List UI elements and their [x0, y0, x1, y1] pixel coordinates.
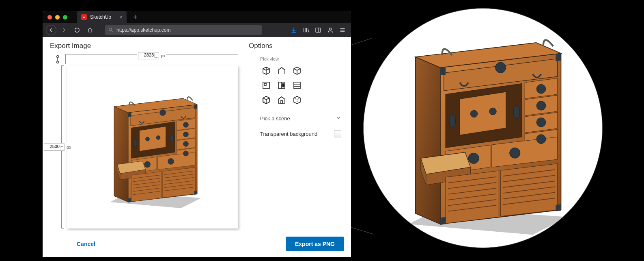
- transparent-background-checkbox[interactable]: [334, 130, 341, 137]
- svg-point-90: [536, 101, 546, 111]
- svg-point-89: [536, 84, 546, 94]
- options-title: Options: [249, 42, 344, 50]
- svg-rect-55: [281, 100, 282, 103]
- preview-model-cabinet: [96, 82, 209, 212]
- svg-marker-47: [194, 104, 198, 109]
- view-back-button[interactable]: [289, 78, 305, 92]
- svg-point-41: [183, 151, 189, 156]
- browser-window: ▲ SketchUp × + https://app.sketchup.com: [43, 11, 351, 257]
- url-text: https://app.sketchup.com: [116, 27, 170, 33]
- svg-point-93: [449, 115, 456, 128]
- account-button[interactable]: [325, 25, 336, 35]
- svg-point-44: [146, 137, 150, 141]
- svg-marker-100: [556, 204, 561, 211]
- svg-marker-99: [440, 217, 446, 225]
- height-unit: px: [67, 145, 71, 150]
- svg-marker-46: [128, 113, 131, 117]
- link-dimensions-icon[interactable]: [56, 55, 60, 65]
- svg-point-94: [513, 106, 520, 119]
- export-button[interactable]: Export as PNG: [286, 237, 344, 251]
- tab-title: SketchUp: [90, 14, 111, 20]
- svg-point-87: [468, 153, 479, 163]
- export-title: Export Image: [50, 42, 238, 50]
- tab-close-icon[interactable]: ×: [119, 14, 123, 20]
- window-maximize-button[interactable]: [63, 15, 67, 20]
- browser-tab-sketchup[interactable]: ▲ SketchUp ×: [77, 11, 127, 23]
- browser-toolbar: https://app.sketchup.com: [43, 23, 351, 37]
- svg-marker-49: [194, 191, 198, 195]
- svg-point-2: [329, 28, 331, 30]
- width-input[interactable]: 2823: [138, 52, 159, 59]
- svg-marker-62: [460, 92, 506, 135]
- library-button[interactable]: [301, 25, 311, 35]
- svg-point-92: [536, 135, 546, 144]
- svg-point-35: [160, 109, 166, 115]
- sidebar-button[interactable]: [313, 25, 323, 35]
- svg-point-37: [168, 158, 174, 164]
- svg-point-91: [536, 118, 546, 127]
- forward-button[interactable]: [59, 25, 69, 35]
- window-close-button[interactable]: [47, 15, 52, 20]
- svg-point-0: [109, 28, 112, 30]
- svg-rect-54: [294, 82, 300, 89]
- view-front-button[interactable]: [258, 78, 274, 92]
- width-unit: px: [161, 53, 166, 58]
- view-right-button[interactable]: [274, 78, 289, 92]
- svg-point-45: [156, 135, 160, 139]
- pick-scene-label: Pick a scene: [260, 115, 290, 122]
- new-tab-button[interactable]: +: [133, 13, 138, 21]
- svg-point-39: [183, 132, 189, 137]
- svg-marker-98: [556, 53, 561, 61]
- svg-point-4: [57, 61, 59, 63]
- svg-point-42: [134, 139, 137, 147]
- sketchup-favicon: ▲: [81, 14, 87, 20]
- pick-view-label: Pick view: [260, 57, 344, 61]
- svg-point-86: [495, 62, 506, 73]
- svg-point-40: [183, 141, 189, 146]
- reload-button[interactable]: [72, 25, 82, 35]
- svg-marker-57: [416, 57, 440, 224]
- tab-bar: ▲ SketchUp × +: [43, 11, 351, 23]
- home-button[interactable]: [85, 25, 95, 35]
- chevron-down-icon: [336, 115, 341, 122]
- svg-point-36: [144, 161, 151, 167]
- export-dialog: Export Image 2823 px: [43, 37, 351, 231]
- svg-point-88: [510, 148, 520, 158]
- svg-marker-6: [114, 107, 128, 202]
- width-dimension-bar: 2823 px: [65, 54, 238, 64]
- svg-point-3: [57, 55, 59, 57]
- view-iso-hidden-button[interactable]: [289, 93, 305, 107]
- svg-point-38: [183, 122, 189, 127]
- svg-rect-51: [264, 83, 266, 85]
- back-button[interactable]: [46, 25, 56, 35]
- svg-marker-48: [128, 198, 131, 202]
- transparent-background-label: Transparent background: [260, 131, 317, 137]
- dialog-button-row: Cancel Export as PNG: [43, 231, 351, 257]
- search-icon: [108, 27, 113, 33]
- magnified-model-cabinet: [377, 14, 588, 242]
- magnified-preview: [363, 8, 603, 248]
- pick-scene-row[interactable]: Pick a scene: [249, 111, 344, 126]
- svg-marker-97: [440, 67, 446, 75]
- menu-button[interactable]: [337, 25, 348, 35]
- view-iso-wire-button[interactable]: [289, 64, 305, 78]
- cancel-button[interactable]: Cancel: [74, 240, 98, 248]
- svg-point-96: [489, 108, 497, 115]
- height-dimension-bar: 2500 px: [61, 65, 64, 228]
- view-bottom-button[interactable]: [274, 93, 289, 107]
- svg-point-43: [170, 134, 174, 141]
- pick-view-grid: [258, 64, 344, 107]
- svg-point-95: [470, 110, 478, 117]
- svg-marker-11: [140, 126, 166, 151]
- downloads-button[interactable]: [289, 25, 299, 35]
- url-bar[interactable]: https://app.sketchup.com: [105, 25, 262, 35]
- transparent-background-row[interactable]: Transparent background: [249, 126, 344, 141]
- window-minimize-button[interactable]: [55, 15, 60, 20]
- preview-canvas: [67, 65, 238, 228]
- svg-rect-1: [316, 28, 321, 33]
- height-input[interactable]: 2500: [44, 144, 65, 151]
- view-top-button[interactable]: [274, 64, 289, 78]
- view-iso-shade-button[interactable]: [258, 93, 274, 107]
- svg-rect-53: [282, 84, 284, 87]
- view-iso-button[interactable]: [258, 64, 274, 78]
